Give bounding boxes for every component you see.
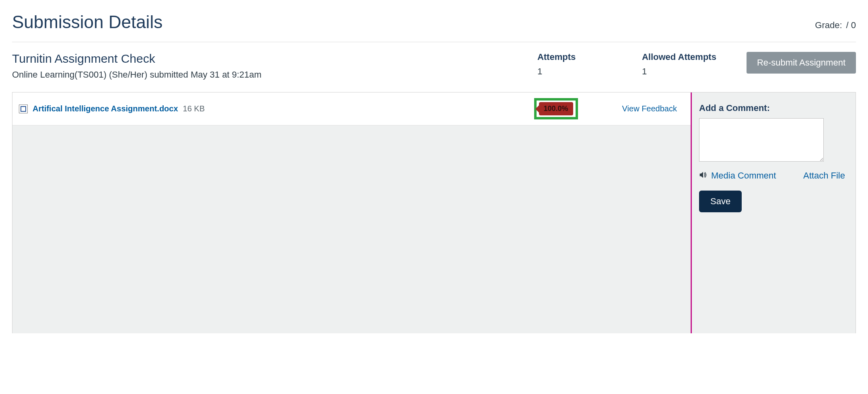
comments-panel: Add a Comment: Media Comment Attach File… — [691, 92, 856, 333]
view-feedback-link[interactable]: View Feedback — [622, 104, 677, 113]
attach-file-link[interactable]: Attach File — [803, 170, 845, 181]
comment-textarea[interactable] — [699, 118, 824, 162]
assignment-title: Turnitin Assignment Check — [12, 52, 521, 66]
plagiarism-highlight: 100.0% — [534, 98, 578, 119]
word-document-icon — [19, 105, 28, 113]
allowed-attempts-block: Allowed Attempts 1 — [642, 52, 730, 77]
comment-links-row: Media Comment Attach File — [699, 170, 848, 181]
allowed-attempts-value: 1 — [642, 66, 730, 77]
speaker-icon — [699, 170, 707, 181]
page-title: Submission Details — [12, 12, 162, 32]
media-comment-link[interactable]: Media Comment — [699, 170, 776, 181]
plagiarism-badge[interactable]: 100.0% — [539, 102, 573, 115]
page-header: Submission Details Grade: / 0 — [12, 12, 856, 42]
attempts-label: Attempts — [537, 52, 626, 62]
plagiarism-container: 100.0% View Feedback — [534, 98, 684, 119]
file-row: Artifical Intelligence Assignment.docx 1… — [12, 92, 691, 125]
submission-panel: Artifical Intelligence Assignment.docx 1… — [12, 92, 691, 333]
allowed-attempts-label: Allowed Attempts — [642, 52, 730, 62]
file-link[interactable]: Artifical Intelligence Assignment.docx — [33, 104, 178, 113]
grade-label: Grade: — [815, 20, 842, 31]
resubmit-button[interactable]: Re-submit Assignment — [747, 52, 856, 74]
content-area: Artifical Intelligence Assignment.docx 1… — [12, 92, 856, 333]
assignment-info-row: Turnitin Assignment Check Online Learnin… — [12, 52, 856, 80]
save-button[interactable]: Save — [699, 191, 742, 212]
attempts-value: 1 — [537, 66, 626, 77]
submission-info-line: Online Learning(TS001) (She/Her) submitt… — [12, 70, 521, 80]
media-comment-label: Media Comment — [711, 170, 776, 181]
attempts-block: Attempts 1 — [537, 52, 626, 77]
grade-display: Grade: / 0 — [815, 20, 856, 31]
assignment-block: Turnitin Assignment Check Online Learnin… — [12, 52, 521, 80]
file-size: 16 KB — [183, 104, 205, 113]
add-comment-heading: Add a Comment: — [699, 103, 848, 113]
grade-denominator: / 0 — [846, 20, 856, 31]
